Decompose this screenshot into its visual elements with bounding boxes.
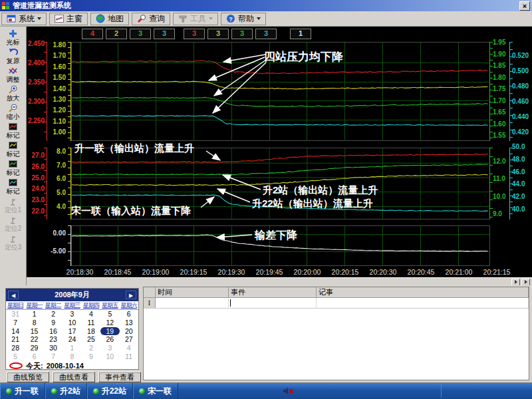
calendar-day[interactable]: 27	[120, 335, 138, 344]
channel-button[interactable]: 3	[255, 29, 277, 39]
curve-view-button[interactable]: 曲线查看	[53, 372, 95, 382]
note-cell[interactable]	[317, 298, 529, 308]
calendar-day[interactable]: 5	[6, 352, 25, 361]
calendar-day[interactable]: 10	[63, 319, 81, 327]
calendar-day[interactable]: 23	[44, 335, 63, 344]
calendar-prev-button[interactable]: ◀	[8, 291, 19, 299]
tool-mark-green[interactable]: 标记	[0, 159, 27, 178]
calendar-day[interactable]: 11	[120, 352, 138, 361]
channel-button[interactable]: 3	[184, 29, 205, 39]
tool-mark-red[interactable]: 标记	[0, 122, 27, 140]
calendar-day[interactable]: 9	[82, 352, 100, 361]
flow-chart[interactable]	[71, 148, 490, 219]
time-cell[interactable]	[156, 298, 229, 308]
station-label: 升一联	[15, 386, 39, 397]
calendar-day[interactable]: 25	[82, 335, 100, 344]
pressure-chart[interactable]	[71, 42, 490, 141]
channel-button[interactable]: 3	[130, 29, 151, 39]
calendar-day[interactable]: 6	[120, 310, 138, 319]
calendar-day[interactable]: 30	[44, 344, 63, 352]
calendar-week: 567891011	[6, 352, 138, 361]
imbalance-chart[interactable]	[71, 225, 490, 266]
calendar-day[interactable]: 29	[25, 344, 43, 352]
calendar-day[interactable]: 11	[82, 319, 100, 327]
calendar-day[interactable]: 8	[63, 352, 81, 361]
tool-zoom-in[interactable]: 放大	[0, 84, 27, 103]
calendar-day[interactable]: 3	[100, 344, 119, 352]
scroll-end-button[interactable]	[521, 279, 530, 286]
cursor-icon	[8, 29, 18, 39]
calendar-day[interactable]: 2	[82, 344, 100, 352]
calendar-day[interactable]: 14	[6, 327, 25, 336]
calendar-day[interactable]: 7	[6, 319, 25, 327]
calendar-day[interactable]: 2	[44, 310, 63, 319]
calendar-day[interactable]: 20	[120, 327, 138, 336]
menu-label: 查询	[149, 13, 165, 25]
tool-label: 放大	[7, 94, 20, 102]
tool-label: 调整	[7, 76, 20, 84]
tool-restore[interactable]: 复原	[0, 47, 27, 66]
calendar-day[interactable]: 4	[82, 310, 100, 319]
menu-map[interactable]: 地图	[90, 13, 129, 25]
calendar-day[interactable]: 21	[6, 335, 25, 344]
calendar-day[interactable]: 16	[44, 327, 63, 336]
event-view-button[interactable]: 事件查看	[98, 372, 141, 382]
channel-button[interactable]: 2	[106, 29, 127, 39]
calendar-day[interactable]: 12	[100, 319, 119, 327]
today-value: 2008-10-14	[47, 362, 84, 370]
menu-query[interactable]: 查询	[132, 13, 170, 25]
menu-system[interactable]: 系统	[1, 13, 47, 25]
channel-button[interactable]: 3	[154, 29, 175, 39]
calendar-day[interactable]: 9	[44, 319, 63, 327]
calendar-day[interactable]: 13	[120, 319, 138, 327]
calendar-day[interactable]: 6	[25, 352, 43, 361]
calendar-day[interactable]: 28	[6, 344, 25, 352]
calendar-day[interactable]: 1	[25, 310, 43, 319]
calendar-day[interactable]: 8	[25, 319, 43, 327]
taskbar-station-3[interactable]: 升22站	[87, 383, 133, 399]
taskbar-divider	[441, 384, 442, 398]
tool-zoom-out[interactable]: 缩小	[0, 103, 27, 122]
calendar-day[interactable]: 7	[44, 352, 63, 361]
taskbar-station-1[interactable]: 升一联	[0, 383, 45, 399]
menu-label: 系统	[19, 13, 35, 25]
close-button[interactable]: ×	[519, 1, 530, 11]
calendar-day[interactable]: 22	[25, 335, 43, 344]
calendar-day[interactable]: 15	[25, 327, 43, 336]
muted-speaker-icon[interactable]	[283, 386, 293, 398]
channel-button[interactable]: 3	[231, 29, 253, 39]
calendar-day[interactable]: 5	[100, 310, 119, 319]
scroll-right-button[interactable]	[511, 279, 520, 286]
taskbar-station-4[interactable]: 宋一联	[133, 383, 178, 399]
menu-main-window[interactable]: 主窗	[49, 13, 88, 25]
tool-mark-yellow[interactable]: 标记	[0, 140, 27, 159]
channel-button[interactable]: 3	[207, 29, 229, 39]
calendar-day[interactable]: 24	[63, 335, 81, 344]
calendar-day[interactable]: 10	[100, 352, 119, 361]
calendar-next-button[interactable]: ▶	[126, 291, 136, 299]
curve-preview-button[interactable]: 曲线预览	[7, 372, 49, 382]
tool-mark-cyan[interactable]: 标记	[0, 178, 27, 196]
calendar-day[interactable]: 4	[120, 344, 138, 352]
calendar-day[interactable]: 3	[63, 310, 81, 319]
calendar-day[interactable]: 26	[100, 335, 119, 344]
calendar-day[interactable]: 31	[6, 310, 25, 319]
tool-label: 标记	[7, 169, 20, 177]
calendar-day[interactable]: 19	[100, 327, 119, 336]
row-selector[interactable]: I	[144, 298, 156, 308]
menu-help[interactable]: ?帮助	[221, 13, 266, 25]
channel-button[interactable]: 1	[290, 29, 311, 39]
tool-adjust[interactable]: 调整	[0, 66, 27, 84]
station-status-icon	[6, 388, 12, 394]
calendar-day[interactable]: 17	[63, 327, 81, 336]
station-status-icon	[51, 388, 57, 394]
calendar-day[interactable]: 1	[63, 344, 81, 352]
event-table-row[interactable]: I	[144, 298, 529, 309]
event-cell[interactable]	[229, 298, 317, 308]
tool-cursor[interactable]: 光标	[0, 29, 27, 47]
calendar-today-row[interactable]: 今天: 2008-10-14	[6, 362, 138, 370]
channel-button[interactable]: 4	[82, 29, 103, 39]
taskbar-station-2[interactable]: 升2站	[45, 383, 87, 399]
menu-label: 主窗	[66, 13, 82, 25]
calendar-day[interactable]: 18	[82, 327, 100, 336]
